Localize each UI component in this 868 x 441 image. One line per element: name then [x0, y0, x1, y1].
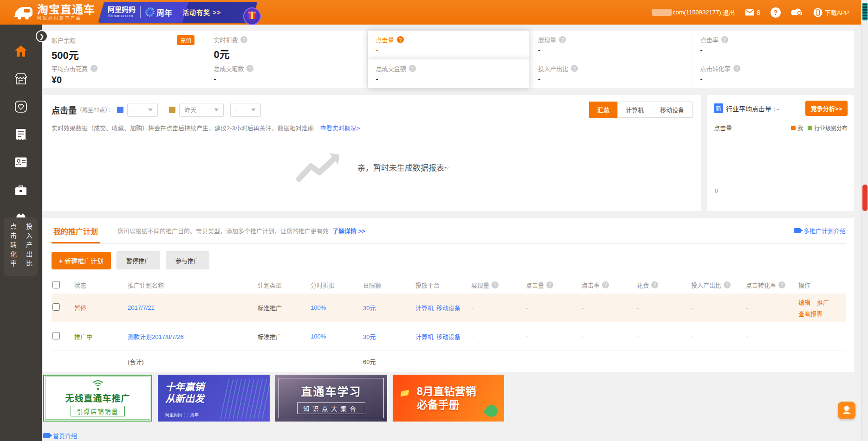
- view-report-link[interactable]: 查看报表: [798, 309, 846, 318]
- select-all-checkbox[interactable]: [52, 281, 60, 288]
- pause-promotion-button[interactable]: 暂停推广: [117, 251, 160, 269]
- new-plan-button[interactable]: 新建推广计划: [52, 252, 111, 269]
- alimama-en: Alimama.com: [108, 14, 136, 19]
- help-icon[interactable]: [778, 281, 785, 288]
- banner-learning[interactable]: 直通车学习 知识点大集合: [275, 375, 387, 422]
- cloud-button[interactable]: [791, 7, 803, 17]
- platform-mobile-link[interactable]: 移动设备: [436, 303, 460, 312]
- row-checkbox[interactable]: [52, 303, 60, 311]
- logout-link[interactable]: 退出: [723, 8, 735, 17]
- sidebar-metrics-panel[interactable]: 点击转化率 投入产出比: [4, 217, 38, 276]
- cloud-icon: [791, 7, 803, 16]
- tab-my-plans[interactable]: 我的推广计划: [52, 218, 100, 243]
- plan-discount[interactable]: 100%: [311, 304, 363, 311]
- recharge-button[interactable]: 充值: [177, 35, 194, 45]
- stat-card-ctr[interactable]: 点击率 -: [692, 31, 854, 59]
- sidebar-expand-button[interactable]: ❯: [36, 30, 48, 42]
- tab-computer[interactable]: 计算机: [617, 102, 652, 118]
- plan-discount[interactable]: 100%: [311, 333, 363, 340]
- anniversary-ring-icon: [184, 413, 188, 417]
- tab-mobile[interactable]: 移动设备: [652, 102, 693, 118]
- row-checkbox[interactable]: [52, 332, 60, 339]
- help-icon[interactable]: [246, 65, 253, 72]
- help-icon[interactable]: [724, 281, 731, 288]
- sidebar-item-account[interactable]: [13, 154, 29, 170]
- join-promotion-button[interactable]: 参与推广: [166, 251, 209, 269]
- plan-type: 标准推广: [258, 332, 311, 341]
- help-icon[interactable]: [651, 281, 658, 288]
- promo-activity-link[interactable]: 活动有奖 >>: [182, 7, 221, 17]
- plan-daily-limit[interactable]: 30元: [363, 332, 415, 341]
- banner-ten-year[interactable]: 十年赢销 从新出发 阿里妈妈 周年: [158, 375, 270, 422]
- promote-plan-link[interactable]: 推广: [817, 298, 829, 307]
- promo-banners: 无线直通车推广 引爆店铺销量 十年赢销 从新出发 阿里妈妈 周年 直通车学习 知…: [43, 375, 504, 422]
- gift-badge[interactable]: [243, 7, 261, 25]
- competition-analysis-button[interactable]: 竞争分析>>: [805, 101, 848, 116]
- empty-state-text: 亲，暂时未生成数据报表~: [357, 161, 449, 173]
- learn-more-link[interactable]: 了解详情 >>: [332, 226, 365, 235]
- col-limit: 日限额: [363, 281, 415, 289]
- app-logo[interactable]: 淘宝直通车 阿里妈妈旗下产品: [13, 4, 95, 21]
- banner-august-handbook[interactable]: 8月直钻营销 必备手册: [393, 375, 504, 422]
- stat-card-realtime-cost: 实时扣费 0元: [205, 31, 367, 59]
- col-ops: 操作: [798, 281, 846, 289]
- date-select[interactable]: 昨天: [179, 103, 224, 117]
- help-icon[interactable]: [492, 281, 499, 288]
- help-icon[interactable]: [409, 65, 416, 72]
- help-icon[interactable]: [559, 36, 566, 43]
- topbar-right: com(1150932177) , 退出 8 ? 下载APP: [652, 7, 861, 18]
- help-icon[interactable]: [571, 65, 578, 72]
- scrollbar-thumb[interactable]: [862, 185, 868, 211]
- plan-name-link[interactable]: 2017/7/21: [128, 304, 258, 311]
- help-icon[interactable]: [91, 65, 97, 72]
- platform-pc-link[interactable]: 计算机: [415, 332, 434, 341]
- chart-title: 点击量: [52, 104, 77, 116]
- sidebar-item-shop[interactable]: [13, 71, 29, 87]
- total-impressions: -: [471, 358, 526, 365]
- plan-cost: -: [637, 333, 691, 340]
- plan-name-link[interactable]: 测款计划2017/8/7/26: [128, 332, 258, 341]
- help-icon[interactable]: [546, 281, 553, 288]
- stat-card-clicks[interactable]: 点击量 -: [368, 31, 530, 59]
- mail-indicator[interactable]: 8: [745, 9, 760, 16]
- promo-divider: [140, 6, 141, 18]
- plan-status: 暂停: [74, 303, 128, 312]
- help-icon[interactable]: [397, 36, 404, 43]
- col-name: 推广计划名称: [128, 281, 258, 289]
- total-label: (合计): [128, 357, 258, 366]
- plan-daily-limit[interactable]: 30元: [363, 303, 415, 312]
- anniversary-promo-banner[interactable]: 阿里妈妈 Alimama.com 周年 活动有奖 >>: [101, 2, 254, 23]
- download-app-button[interactable]: 下载APP: [813, 8, 849, 17]
- sidebar-item-favorites[interactable]: [13, 99, 29, 115]
- edit-plan-link[interactable]: 编辑: [798, 298, 810, 307]
- main-content: 账户余额 充值 500元 实时扣费 0元 点击量 - 展现量 -: [42, 25, 861, 441]
- banner-wireless-promotion[interactable]: 无线直通车推广 引爆店铺销量: [43, 375, 152, 422]
- page-scrollbar[interactable]: [861, 0, 868, 441]
- banner-title: 十年赢销 从新出发: [165, 381, 270, 404]
- platform-mobile-link[interactable]: 移动设备: [436, 332, 460, 341]
- customer-service-button[interactable]: [838, 402, 855, 419]
- stat-card-impressions[interactable]: 展现量 -: [530, 31, 692, 59]
- sidebar-item-home[interactable]: [13, 43, 29, 59]
- compare-select[interactable]: -: [127, 103, 158, 117]
- realtime-overview-link[interactable]: 查看实时概况>: [320, 123, 360, 132]
- stat-value: -: [376, 46, 529, 54]
- stat-card-gmv: 总成交金额 -: [368, 59, 530, 88]
- sidebar-item-toolbox[interactable]: [13, 182, 29, 198]
- chart-cutoff-note: （截至22点）：: [77, 106, 113, 114]
- stat-label: 账户余额: [52, 36, 76, 45]
- tab-summary[interactable]: 汇总: [589, 102, 618, 118]
- homepage-intro-link[interactable]: 首页介绍: [43, 431, 77, 440]
- help-icon[interactable]: ?: [771, 7, 781, 18]
- heart-icon: [14, 100, 27, 113]
- multi-plan-intro-link[interactable]: 多推广计划介绍: [794, 226, 846, 235]
- stat-label: 展现量: [538, 35, 556, 44]
- help-icon[interactable]: [733, 65, 740, 72]
- platform-pc-link[interactable]: 计算机: [415, 303, 434, 312]
- help-icon[interactable]: [240, 36, 247, 43]
- extra-select[interactable]: -: [230, 103, 261, 117]
- sidebar-item-reports[interactable]: [13, 127, 29, 142]
- help-icon[interactable]: [721, 36, 728, 43]
- help-icon[interactable]: [602, 281, 609, 288]
- service-avatar-icon: [842, 405, 852, 415]
